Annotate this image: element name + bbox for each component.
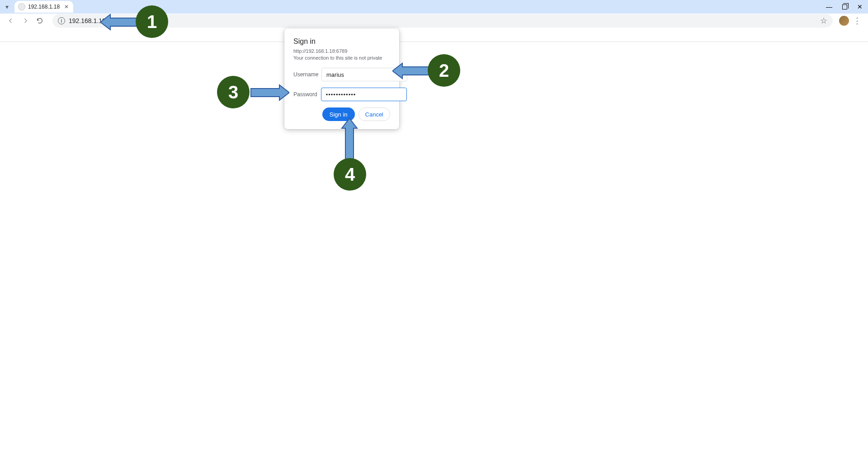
- annotation-arrow-1: [100, 11, 141, 33]
- arrow-left-icon: [7, 17, 15, 25]
- annotation-badge-3: 3: [217, 76, 250, 108]
- reload-button[interactable]: [33, 14, 46, 27]
- back-button[interactable]: [5, 14, 17, 27]
- password-row: Password: [293, 88, 390, 101]
- annotation-number: 4: [345, 164, 355, 185]
- menu-button[interactable]: ⋮: [851, 14, 863, 27]
- dialog-warning: Your connection to this site is not priv…: [293, 55, 390, 61]
- username-row: Username: [293, 68, 390, 81]
- annotation-arrow-3: [249, 81, 289, 104]
- minimize-button[interactable]: —: [826, 3, 833, 10]
- annotation-badge-4: 4: [334, 158, 366, 191]
- svg-marker-2: [251, 85, 289, 100]
- close-button[interactable]: ✕: [856, 3, 863, 10]
- svg-marker-3: [342, 118, 357, 160]
- profile-avatar[interactable]: [839, 16, 849, 26]
- bookmark-icon[interactable]: ☆: [820, 16, 827, 26]
- annotation-number: 3: [228, 82, 238, 103]
- reload-icon: [36, 17, 43, 24]
- favicon-icon: [18, 3, 25, 10]
- tabs-dropdown[interactable]: ▾: [0, 0, 14, 14]
- browser-tab[interactable]: 192.168.1.18 ✕: [14, 1, 73, 13]
- window-controls: — ✕: [826, 3, 868, 10]
- annotation-badge-2: 2: [428, 54, 460, 87]
- password-input[interactable]: [321, 88, 407, 101]
- forward-button[interactable]: [19, 14, 32, 27]
- chevron-down-icon: ▾: [5, 3, 9, 10]
- close-icon[interactable]: ✕: [64, 4, 69, 10]
- annotation-number: 1: [147, 12, 157, 32]
- annotation-badge-1: 1: [136, 5, 168, 38]
- signin-dialog: Sign in http://192.168.1.18:6789 Your co…: [284, 28, 399, 129]
- dialog-url: http://192.168.1.18:6789: [293, 48, 390, 54]
- annotation-number: 2: [439, 61, 449, 81]
- svg-marker-0: [100, 14, 139, 30]
- username-label: Username: [293, 71, 318, 78]
- restore-button[interactable]: [841, 3, 848, 10]
- tab-title: 192.168.1.18: [28, 4, 60, 10]
- dialog-title: Sign in: [293, 37, 390, 46]
- svg-marker-1: [392, 63, 431, 79]
- cancel-button[interactable]: Cancel: [359, 107, 390, 121]
- page-content: [0, 42, 868, 462]
- annotation-arrow-4: [338, 118, 361, 162]
- info-icon[interactable]: i: [58, 17, 65, 24]
- arrow-right-icon: [21, 17, 29, 25]
- address-bar[interactable]: i 192.168.1.18:6789 ☆: [52, 14, 833, 28]
- password-label: Password: [293, 91, 317, 98]
- annotation-arrow-2: [392, 60, 433, 82]
